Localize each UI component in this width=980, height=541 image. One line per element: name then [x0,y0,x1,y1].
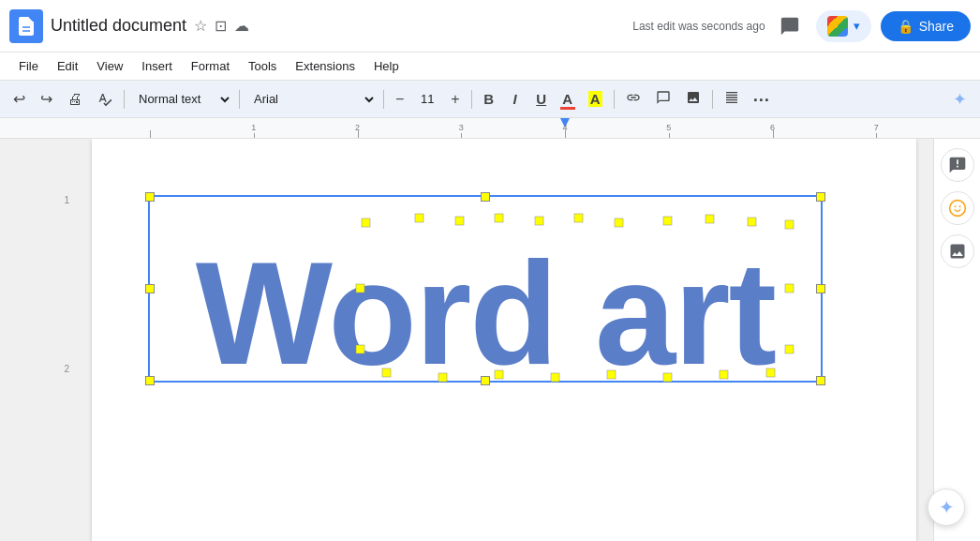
increase-font-size-button[interactable]: + [445,89,465,110]
image-side-button[interactable] [941,234,974,268]
handle-top-left[interactable] [145,192,155,202]
text-color-button[interactable]: A [557,86,579,113]
handle-bottom-right[interactable] [816,376,825,385]
menu-view[interactable]: View [89,55,130,77]
handle-mid-right[interactable] [816,284,825,293]
font-family-select[interactable]: Arial Times New Roman Courier New Georgi… [245,86,378,113]
chat-button[interactable] [773,9,807,43]
more-options-button[interactable]: ⋯ [749,86,773,113]
toolbar-separator-1 [124,90,125,109]
page-area: Word art [75,139,933,541]
share-button[interactable]: 🔒 Share [881,11,971,41]
doc-title-row: Untitled document ☆ ⊡ ☁ [51,16,606,36]
document-area: 1 2 Word art [0,139,980,541]
ruler-inner: 1234567 [150,118,980,138]
meet-button[interactable]: ▾ [816,10,871,42]
spell-check-button[interactable] [92,88,118,111]
word-art-container[interactable]: Word art [167,204,804,392]
toolbar-separator-5 [614,90,615,109]
redo-button[interactable]: ↪ [35,86,58,112]
insert-image-button[interactable] [680,86,706,113]
left-margin: 1 2 [0,139,75,541]
menu-file[interactable]: File [11,55,46,77]
italic-button[interactable]: I [504,86,527,113]
insert-comment-button[interactable] [650,86,676,113]
font-size-controls: − + [390,86,466,113]
ruler: 1234567 [0,118,980,139]
doc-icon [9,9,43,43]
text-style-select[interactable]: Normal text Heading 1 Heading 2 Heading … [130,86,233,113]
svg-point-27 [954,205,956,207]
history-icon[interactable]: ⊡ [215,17,227,35]
font-size-input[interactable] [411,86,443,113]
gemini-corner-button[interactable]: ✦ [928,488,965,526]
gemini-button[interactable]: ✦ [947,87,973,112]
toolbar: ↩ ↪ 🖨 Normal text Heading 1 Heading 2 He… [0,81,980,118]
lock-icon: 🔒 [898,19,913,34]
top-right-controls: ▾ 🔒 Share [773,9,971,43]
top-bar: Untitled document ☆ ⊡ ☁ Last edit was se… [0,0,980,53]
toolbar-separator-6 [712,90,713,109]
svg-point-26 [949,201,965,217]
handle-bottom-left[interactable] [145,376,155,385]
document-title[interactable]: Untitled document [51,16,186,36]
toolbar-separator-4 [471,90,472,109]
margin-line-indicator: 1 [64,195,69,205]
menu-bar: File Edit View Insert Format Tools Exten… [0,53,980,81]
highlight-color-button[interactable]: A [583,86,608,113]
last-edit-status: Last edit was seconds ago [632,20,765,33]
menu-help[interactable]: Help [366,55,407,77]
text-align-button[interactable] [719,86,745,113]
underline-button[interactable]: U [530,86,553,113]
handle-top-center[interactable] [481,192,490,202]
cloud-icon[interactable]: ☁ [234,17,249,35]
document-page[interactable]: Word art [92,139,916,541]
emoji-side-button[interactable] [941,191,974,225]
bold-button[interactable]: B [478,86,500,113]
menu-extensions[interactable]: Extensions [288,55,363,77]
svg-point-28 [958,205,960,207]
undo-button[interactable]: ↩ [7,86,31,112]
toolbar-separator-2 [239,90,240,109]
right-panel [933,139,980,541]
handle-mid-left[interactable] [145,284,155,293]
margin-line-2: 2 [64,364,69,374]
menu-format[interactable]: Format [184,55,237,77]
menu-tools[interactable]: Tools [241,55,284,77]
menu-insert[interactable]: Insert [134,55,180,77]
word-art-svg: Word art [167,209,804,387]
toolbar-separator-3 [383,90,384,109]
menu-edit[interactable]: Edit [50,55,85,77]
decrease-font-size-button[interactable]: − [390,89,409,110]
star-icon[interactable]: ☆ [194,17,207,35]
add-comment-side-button[interactable] [941,148,974,182]
handle-top-right[interactable] [816,192,825,202]
doc-title-area: Untitled document ☆ ⊡ ☁ [51,16,606,36]
svg-text:Word art: Word art [196,233,776,387]
print-button[interactable]: 🖨 [62,87,88,112]
text-color-indicator [560,107,575,110]
insert-link-button[interactable] [620,86,646,113]
